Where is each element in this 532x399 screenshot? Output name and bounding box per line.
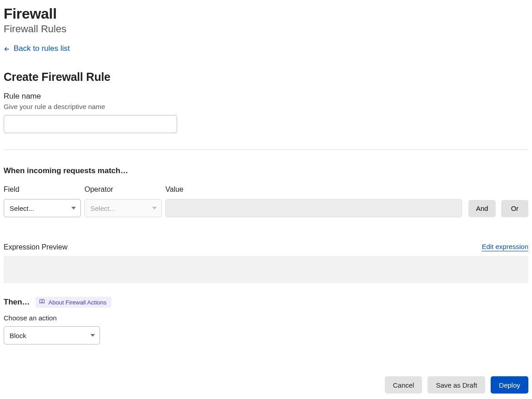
about-firewall-actions-label: About Firewall Actions [49,299,107,306]
operator-select[interactable]: Select... [85,199,162,217]
action-select-value: Block [10,332,26,339]
condition-row: Field Select... Operator Select... Value… [4,185,528,217]
create-rule-heading: Create Firewall Rule [4,70,528,84]
value-input[interactable] [165,199,462,217]
about-firewall-actions-link[interactable]: About Firewall Actions [35,297,111,308]
cancel-button[interactable]: Cancel [385,376,423,394]
back-to-rules-label: Back to rules list [14,44,70,53]
field-column-label: Field [4,185,81,194]
rule-name-label: Rule name [4,92,528,101]
footer-buttons: Cancel Save as Draft Deploy [4,376,528,394]
expression-preview-box [4,256,528,283]
save-draft-button[interactable]: Save as Draft [428,376,485,394]
caret-down-icon [71,207,76,209]
then-heading: Then… [4,298,30,307]
edit-expression-link[interactable]: Edit expression [482,243,528,251]
back-to-rules-link[interactable]: Back to rules list [4,44,70,53]
operator-column-label: Operator [85,185,162,194]
rule-name-input[interactable] [4,115,177,133]
value-column-label: Value [165,185,462,194]
expression-preview-label: Expression Preview [4,243,68,251]
page-subtitle: Firewall Rules [4,23,528,35]
section-divider [4,150,528,150]
field-select-placeholder: Select... [10,204,34,212]
page-title: Firewall [4,5,528,22]
deploy-button[interactable]: Deploy [491,376,528,394]
caret-down-icon [152,207,157,209]
match-heading: When incoming requests match… [4,166,528,175]
arrow-left-icon [4,45,10,52]
book-icon [39,299,45,306]
or-button[interactable]: Or [501,200,528,217]
action-select[interactable]: Block [4,326,100,344]
rule-name-help: Give your rule a descriptive name [4,103,528,110]
caret-down-icon [90,334,95,337]
field-select[interactable]: Select... [4,199,81,217]
operator-select-placeholder: Select... [90,204,115,212]
and-button[interactable]: And [468,200,496,217]
choose-action-label: Choose an action [4,314,528,322]
